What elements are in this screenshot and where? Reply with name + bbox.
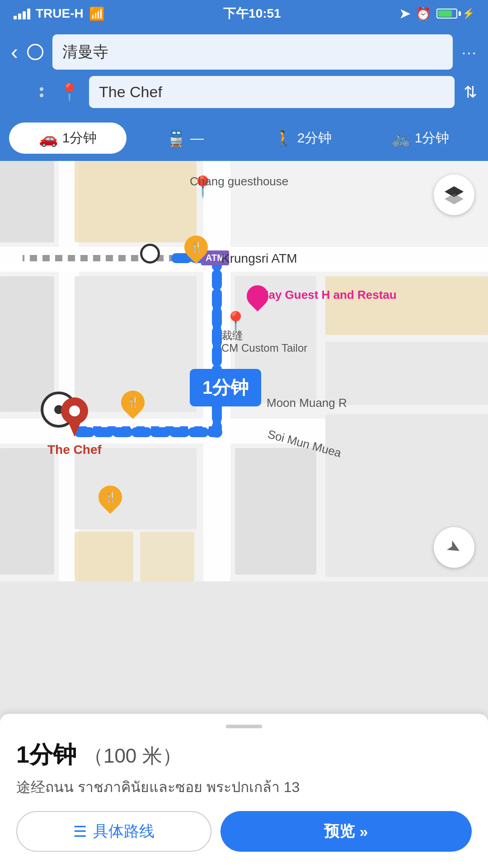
svg-rect-9 — [325, 276, 488, 335]
more-button[interactable]: ··· — [462, 43, 477, 61]
svg-marker-26 — [68, 421, 81, 437]
svg-marker-28 — [445, 193, 464, 204]
moon-muang-label: Moon Muang R — [267, 396, 347, 410]
status-left: TRUE-H 📶 — [14, 6, 105, 21]
restaurant-icon-2: 🍴 — [127, 396, 139, 408]
svg-rect-14 — [140, 532, 194, 581]
bike-label: 1分钟 — [415, 129, 450, 147]
duration-badge: 1分钟 — [190, 369, 261, 406]
walk-label: 2分钟 — [297, 129, 332, 147]
nav-top-row: ‹ 清曼寺 ··· — [11, 34, 477, 70]
svg-rect-10 — [325, 342, 488, 405]
preview-arrow-icon: » — [359, 823, 368, 840]
drive-icon: 🚗 — [39, 129, 58, 147]
navigation-icon: ➤ — [443, 535, 465, 560]
svg-rect-3 — [59, 161, 79, 581]
list-icon: ☰ — [73, 822, 87, 840]
route-dot-2 — [40, 94, 43, 97]
soi-mun-label: Soi Mun Muea — [266, 427, 343, 460]
back-button[interactable]: ‹ — [11, 41, 18, 63]
route-dot-1 — [40, 87, 43, 91]
time-label: 下午10:51 — [223, 5, 281, 22]
battery-icon: ⚡ — [436, 8, 474, 19]
location-status-icon: ➤ — [399, 6, 410, 21]
status-bar: TRUE-H 📶 下午10:51 ➤ ⏰ ⚡ — [0, 0, 488, 27]
svg-rect-6 — [0, 276, 54, 412]
krungsri-atm-label: Krungsri ATM — [221, 251, 297, 266]
bike-icon: 🚲 — [391, 129, 410, 147]
destination-input[interactable]: The Chef — [89, 76, 455, 108]
bottom-panel: 1分钟 （100 米） 途经ถนน ราชภาคินัยและซอย พระปก… — [0, 714, 488, 868]
nav-bottom-row: 📍 The Chef ⇅ — [11, 76, 477, 108]
travel-distance: （100 米） — [84, 743, 182, 769]
svg-rect-17 — [0, 161, 54, 242]
destination-pin-icon: 📍 — [59, 82, 80, 102]
transport-tabs: 🚗 1分钟 🚆 — 🚶 2分钟 🚲 1分钟 — [0, 117, 488, 161]
food-pin-3: 🍴 — [99, 486, 122, 509]
svg-point-23 — [211, 427, 222, 438]
signal-icon — [14, 8, 30, 19]
preview-button[interactable]: 预览 » — [221, 811, 472, 852]
food-pin-1: 🍴 — [184, 236, 208, 259]
route-info: 途经ถนน ราชภาคินัยและซอย พระปกเกล้า 13 — [16, 775, 472, 798]
svg-point-25 — [69, 406, 80, 416]
carrier-label: TRUE-H — [36, 6, 84, 21]
preview-label: 预览 — [324, 821, 355, 842]
travel-time: 1分钟 — [16, 739, 76, 771]
map-area[interactable]: 📍 Chang guesthouse ATM 🍴 Krungsri ATM Ja… — [0, 161, 488, 581]
chef-label: The Chef — [47, 443, 102, 457]
status-right: ➤ ⏰ ⚡ — [399, 6, 474, 21]
layer-button[interactable] — [434, 175, 474, 215]
jay-guest-label: Jay Guest H and Restau — [262, 288, 397, 303]
origin-input[interactable]: 清曼寺 — [52, 34, 453, 70]
origin-map-marker — [140, 244, 160, 264]
svg-rect-11 — [0, 448, 54, 575]
svg-rect-12 — [75, 448, 197, 529]
transit-label: — — [190, 131, 204, 146]
tailor-cn-label: 裁缝 — [221, 328, 243, 343]
wifi-icon: 📶 — [89, 6, 105, 21]
svg-rect-4 — [0, 161, 54, 242]
drag-handle[interactable] — [226, 725, 262, 728]
destination-marker: The Chef — [47, 396, 102, 457]
origin-dot-icon — [27, 44, 43, 60]
tab-walk[interactable]: 🚶 2分钟 — [244, 123, 361, 154]
time-distance-row: 1分钟 （100 米） — [16, 739, 472, 771]
tailor-en-label: CM Custom Tailor — [221, 342, 307, 354]
food-pin-2: 🍴 — [121, 391, 145, 414]
tab-drive[interactable]: 🚗 1分钟 — [9, 123, 127, 154]
swap-button[interactable]: ⇅ — [464, 83, 477, 102]
action-buttons: ☰ 具体路线 预览 » — [16, 811, 472, 852]
layers-icon — [444, 184, 465, 205]
route-detail-button[interactable]: ☰ 具体路线 — [16, 811, 211, 852]
svg-rect-15 — [235, 448, 316, 575]
tab-transit[interactable]: 🚆 — — [127, 123, 244, 154]
alarm-icon: ⏰ — [415, 6, 431, 21]
chang-guesthouse-label: Chang guesthouse — [190, 175, 288, 189]
drive-label: 1分钟 — [62, 129, 97, 147]
tab-bike[interactable]: 🚲 1分钟 — [361, 123, 479, 154]
restaurant-icon-1: 🍴 — [190, 241, 202, 253]
location-button[interactable]: ➤ — [434, 527, 474, 568]
restaurant-icon-3: 🍴 — [104, 491, 117, 503]
route-detail-label: 具体路线 — [93, 821, 155, 842]
nav-bar: ‹ 清曼寺 ··· 📍 The Chef ⇅ — [0, 27, 488, 117]
transit-icon: 🚆 — [167, 129, 186, 147]
svg-rect-13 — [75, 532, 133, 581]
walk-icon: 🚶 — [274, 129, 293, 147]
svg-rect-5 — [75, 161, 197, 242]
